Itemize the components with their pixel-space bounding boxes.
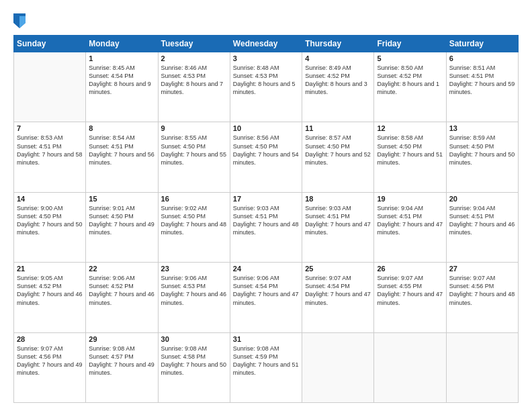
day-number: 3 [233, 54, 299, 62]
header-row: SundayMondayTuesdayWednesdayThursdayFrid… [14, 36, 519, 52]
day-cell: 8Sunrise: 8:54 AMSunset: 4:51 PMDaylight… [86, 122, 158, 192]
day-cell [14, 52, 86, 122]
day-info: Sunrise: 9:00 AMSunset: 4:50 PMDaylight:… [17, 204, 83, 237]
day-cell: 25Sunrise: 9:07 AMSunset: 4:54 PMDayligh… [302, 263, 374, 332]
day-info: Sunrise: 9:08 AMSunset: 4:59 PMDaylight:… [233, 345, 299, 377]
day-header-monday: Monday [86, 36, 158, 52]
day-cell: 2Sunrise: 8:46 AMSunset: 4:53 PMDaylight… [158, 52, 230, 122]
day-info: Sunrise: 9:06 AMSunset: 4:54 PMDaylight:… [233, 274, 299, 307]
day-number: 29 [89, 335, 154, 343]
day-info: Sunrise: 9:08 AMSunset: 4:58 PMDaylight:… [161, 345, 227, 377]
day-number: 17 [233, 195, 299, 203]
day-number: 14 [17, 195, 83, 203]
day-number: 15 [89, 195, 154, 203]
day-cell: 24Sunrise: 9:06 AMSunset: 4:54 PMDayligh… [230, 263, 302, 332]
day-number: 27 [449, 265, 515, 273]
day-cell: 13Sunrise: 8:59 AMSunset: 4:50 PMDayligh… [446, 122, 518, 192]
day-number: 9 [161, 124, 227, 132]
day-header-wednesday: Wednesday [230, 36, 302, 52]
day-cell: 26Sunrise: 9:07 AMSunset: 4:55 PMDayligh… [374, 263, 446, 332]
day-info: Sunrise: 8:48 AMSunset: 4:53 PMDaylight:… [233, 64, 299, 97]
day-info: Sunrise: 9:03 AMSunset: 4:51 PMDaylight:… [305, 204, 371, 237]
day-info: Sunrise: 9:05 AMSunset: 4:52 PMDaylight:… [17, 274, 83, 307]
day-cell: 4Sunrise: 8:49 AMSunset: 4:52 PMDaylight… [302, 52, 374, 122]
day-cell: 6Sunrise: 8:51 AMSunset: 4:51 PMDaylight… [446, 52, 518, 122]
day-info: Sunrise: 8:55 AMSunset: 4:50 PMDaylight:… [161, 134, 227, 167]
day-number: 4 [305, 54, 371, 62]
day-cell: 7Sunrise: 8:53 AMSunset: 4:51 PMDaylight… [14, 122, 86, 192]
day-info: Sunrise: 9:06 AMSunset: 4:53 PMDaylight:… [161, 274, 227, 307]
logo-icon [13, 13, 26, 28]
day-number: 23 [161, 265, 227, 273]
week-row-2: 7Sunrise: 8:53 AMSunset: 4:51 PMDaylight… [14, 122, 519, 192]
day-cell: 1Sunrise: 8:45 AMSunset: 4:54 PMDaylight… [86, 52, 158, 122]
day-number: 24 [233, 265, 299, 273]
day-info: Sunrise: 9:07 AMSunset: 4:56 PMDaylight:… [17, 345, 83, 377]
day-header-sunday: Sunday [14, 36, 86, 52]
day-info: Sunrise: 8:56 AMSunset: 4:50 PMDaylight:… [233, 134, 299, 167]
day-number: 30 [161, 335, 227, 343]
day-number: 13 [449, 124, 515, 132]
day-cell: 29Sunrise: 9:08 AMSunset: 4:57 PMDayligh… [86, 332, 158, 402]
day-cell: 21Sunrise: 9:05 AMSunset: 4:52 PMDayligh… [14, 263, 86, 332]
day-info: Sunrise: 9:06 AMSunset: 4:52 PMDaylight:… [89, 274, 154, 307]
day-number: 12 [377, 124, 443, 132]
day-cell: 16Sunrise: 9:02 AMSunset: 4:50 PMDayligh… [158, 192, 230, 262]
day-number: 31 [233, 335, 299, 343]
day-number: 21 [17, 265, 83, 273]
day-cell: 10Sunrise: 8:56 AMSunset: 4:50 PMDayligh… [230, 122, 302, 192]
day-info: Sunrise: 9:07 AMSunset: 4:54 PMDaylight:… [305, 274, 371, 307]
day-header-saturday: Saturday [446, 36, 518, 52]
day-info: Sunrise: 8:54 AMSunset: 4:51 PMDaylight:… [89, 134, 154, 167]
day-number: 25 [305, 265, 371, 273]
day-cell: 19Sunrise: 9:04 AMSunset: 4:51 PMDayligh… [374, 192, 446, 262]
day-cell: 31Sunrise: 9:08 AMSunset: 4:59 PMDayligh… [230, 332, 302, 402]
day-info: Sunrise: 8:46 AMSunset: 4:53 PMDaylight:… [161, 64, 227, 97]
day-cell: 5Sunrise: 8:50 AMSunset: 4:52 PMDaylight… [374, 52, 446, 122]
day-number: 2 [161, 54, 227, 62]
day-info: Sunrise: 9:04 AMSunset: 4:51 PMDaylight:… [377, 204, 443, 237]
day-cell: 15Sunrise: 9:01 AMSunset: 4:50 PMDayligh… [86, 192, 158, 262]
day-cell: 3Sunrise: 8:48 AMSunset: 4:53 PMDaylight… [230, 52, 302, 122]
week-row-4: 21Sunrise: 9:05 AMSunset: 4:52 PMDayligh… [14, 263, 519, 332]
day-info: Sunrise: 9:07 AMSunset: 4:56 PMDaylight:… [449, 274, 515, 307]
day-info: Sunrise: 9:03 AMSunset: 4:51 PMDaylight:… [233, 204, 299, 237]
day-number: 10 [233, 124, 299, 132]
day-cell: 28Sunrise: 9:07 AMSunset: 4:56 PMDayligh… [14, 332, 86, 402]
day-info: Sunrise: 8:49 AMSunset: 4:52 PMDaylight:… [305, 64, 371, 97]
day-cell: 17Sunrise: 9:03 AMSunset: 4:51 PMDayligh… [230, 192, 302, 262]
svg-marker-1 [19, 16, 26, 28]
week-row-3: 14Sunrise: 9:00 AMSunset: 4:50 PMDayligh… [14, 192, 519, 262]
day-info: Sunrise: 9:02 AMSunset: 4:50 PMDaylight:… [161, 204, 227, 237]
day-cell: 30Sunrise: 9:08 AMSunset: 4:58 PMDayligh… [158, 332, 230, 402]
page: SundayMondayTuesdayWednesdayThursdayFrid… [0, 0, 532, 411]
day-info: Sunrise: 9:08 AMSunset: 4:57 PMDaylight:… [89, 345, 154, 377]
day-cell: 14Sunrise: 9:00 AMSunset: 4:50 PMDayligh… [14, 192, 86, 262]
day-cell: 23Sunrise: 9:06 AMSunset: 4:53 PMDayligh… [158, 263, 230, 332]
day-header-tuesday: Tuesday [158, 36, 230, 52]
day-number: 22 [89, 265, 154, 273]
logo [13, 12, 27, 28]
day-cell: 22Sunrise: 9:06 AMSunset: 4:52 PMDayligh… [86, 263, 158, 332]
day-info: Sunrise: 8:57 AMSunset: 4:50 PMDaylight:… [305, 134, 371, 167]
day-cell: 9Sunrise: 8:55 AMSunset: 4:50 PMDaylight… [158, 122, 230, 192]
day-number: 11 [305, 124, 371, 132]
header [13, 12, 519, 28]
day-number: 28 [17, 335, 83, 343]
day-cell: 12Sunrise: 8:58 AMSunset: 4:50 PMDayligh… [374, 122, 446, 192]
day-cell: 20Sunrise: 9:04 AMSunset: 4:51 PMDayligh… [446, 192, 518, 262]
day-number: 8 [89, 124, 154, 132]
day-header-thursday: Thursday [302, 36, 374, 52]
day-number: 18 [305, 195, 371, 203]
day-cell [374, 332, 446, 402]
day-cell: 27Sunrise: 9:07 AMSunset: 4:56 PMDayligh… [446, 263, 518, 332]
day-number: 20 [449, 195, 515, 203]
week-row-5: 28Sunrise: 9:07 AMSunset: 4:56 PMDayligh… [14, 332, 519, 402]
day-number: 7 [17, 124, 83, 132]
day-info: Sunrise: 8:51 AMSunset: 4:51 PMDaylight:… [449, 64, 515, 97]
day-info: Sunrise: 8:58 AMSunset: 4:50 PMDaylight:… [377, 134, 443, 167]
day-info: Sunrise: 9:04 AMSunset: 4:51 PMDaylight:… [449, 204, 515, 237]
day-number: 19 [377, 195, 443, 203]
day-info: Sunrise: 8:50 AMSunset: 4:52 PMDaylight:… [377, 64, 443, 97]
day-info: Sunrise: 8:53 AMSunset: 4:51 PMDaylight:… [17, 134, 83, 167]
